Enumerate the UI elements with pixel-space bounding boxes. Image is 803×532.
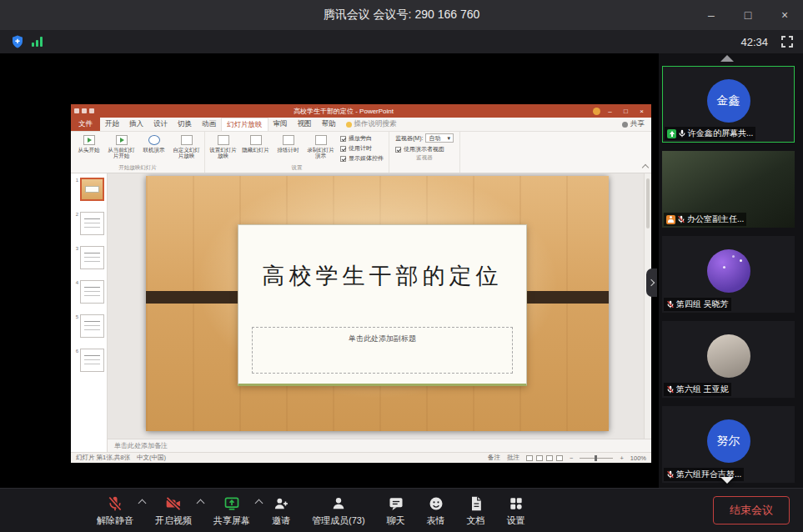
slide-canvas[interactable]: 高校学生干部的定位 单击此处添加副标题	[108, 173, 651, 439]
toolbar-members[interactable]: 管理成员(73)	[312, 494, 365, 527]
slide-decoration-bar	[525, 291, 609, 304]
participant-tile[interactable]: 第六组 王亚妮	[662, 321, 795, 398]
ribbon-from-beginning-button[interactable]: 从头开始	[73, 133, 104, 163]
security-shield-icon[interactable]	[10, 34, 25, 49]
end-meeting-button[interactable]: 结束会议	[713, 496, 790, 524]
ppt-tell-me[interactable]: 操作说明搜索	[341, 118, 402, 131]
ppt-close-button[interactable]: ×	[635, 108, 648, 115]
slide-sorter-view-icon[interactable]	[536, 455, 543, 461]
record-slideshow-icon	[315, 135, 327, 145]
slide-thumbnail-5[interactable]: 5	[73, 314, 104, 338]
toolbar-chat[interactable]: 聊天	[387, 494, 405, 527]
ppt-tab-transitions[interactable]: 切换	[173, 118, 197, 131]
use-timings-checkbox[interactable]: 使用计时	[340, 144, 384, 153]
window-titlebar: 腾讯会议 会议号: 290 166 760 – □ ×	[0, 0, 803, 30]
normal-view-icon[interactable]	[526, 455, 533, 461]
language-indicator[interactable]: 中文(中国)	[137, 454, 166, 462]
ppt-user-avatar[interactable]	[593, 108, 600, 115]
slide-thumbnail-3[interactable]: 3	[73, 246, 104, 269]
host-badge-icon	[666, 215, 675, 224]
undo-icon[interactable]	[82, 108, 87, 113]
toolbar-share-screen[interactable]: 共享屏幕	[213, 494, 250, 527]
quick-access-toolbar[interactable]	[74, 108, 94, 113]
chevron-up-icon[interactable]	[138, 499, 147, 507]
ppt-tab-review[interactable]: 审阅	[269, 118, 293, 131]
members-icon	[330, 495, 347, 512]
ppt-tab-animations[interactable]: 动画	[197, 118, 221, 131]
ribbon-from-current-button[interactable]: 从当前幻灯片开始	[106, 133, 137, 163]
toolbar-invite[interactable]: 邀请	[272, 494, 290, 527]
ribbon-custom-slideshow-button[interactable]: 自定义幻灯片放映	[171, 133, 202, 163]
scroll-up-icon	[720, 55, 734, 62]
toolbar-settings[interactable]: 设置	[507, 494, 525, 527]
slide-subtitle-placeholder[interactable]: 单击此处添加副标题	[252, 327, 513, 374]
ppt-tab-insert[interactable]: 插入	[124, 118, 148, 131]
ribbon-rehearse-timings-button[interactable]: 排练计时	[273, 133, 304, 163]
notes-pane[interactable]: 单击此处添加备注	[108, 439, 651, 452]
toolbar-camera[interactable]: 开启视频	[155, 494, 192, 527]
comments-toggle-button[interactable]: 批注	[507, 454, 519, 462]
slide-thumbnail-4[interactable]: 4	[73, 280, 104, 304]
ribbon-hide-slide-button[interactable]: 隐藏幻灯片	[240, 133, 271, 163]
ribbon-setup-slideshow-button[interactable]: 设置幻灯片放映	[208, 133, 238, 163]
collapse-ribbon-icon[interactable]	[642, 164, 649, 171]
monitor-dropdown[interactable]: 自动 ▾	[425, 133, 454, 143]
scroll-up-button[interactable]	[659, 55, 795, 62]
close-button[interactable]: ×	[766, 0, 803, 30]
ppt-maximize-button[interactable]: □	[620, 108, 632, 115]
reading-view-icon[interactable]	[546, 455, 553, 461]
slide-title[interactable]: 高校学生干部的定位	[238, 225, 526, 327]
ppt-tab-help[interactable]: 帮助	[317, 118, 341, 131]
slide-thumbnail-1[interactable]: 1	[73, 178, 104, 201]
ppt-tab-file[interactable]: 文件	[71, 118, 100, 131]
slide-thumbnail-2[interactable]: 2	[73, 212, 104, 235]
mic-icon	[678, 129, 686, 138]
zoom-level[interactable]: 100%	[630, 454, 646, 462]
ppt-tab-view[interactable]: 视图	[293, 118, 317, 131]
avatar	[707, 334, 750, 378]
zoom-out-button[interactable]: −	[570, 454, 573, 462]
participant-tile[interactable]: 办公室副主任...	[662, 151, 795, 228]
notes-toggle-button[interactable]: 备注	[488, 454, 500, 462]
ppt-minimize-button[interactable]: –	[604, 108, 616, 115]
chevron-up-icon[interactable]	[255, 499, 263, 507]
ppt-tab-design[interactable]: 设计	[148, 118, 173, 131]
zoom-in-button[interactable]: +	[620, 454, 623, 462]
toolbar-emoji[interactable]: 表情	[427, 494, 445, 527]
play-narrations-checkbox[interactable]: 播放旁白	[340, 134, 384, 143]
participant-tile-sharing[interactable]: 金鑫 许金鑫的屏幕共...	[662, 66, 795, 143]
save-icon[interactable]	[74, 108, 79, 113]
person-icon	[622, 122, 628, 128]
show-media-controls-checkbox[interactable]: 显示媒体控件	[340, 154, 384, 163]
mic-muted-icon	[666, 385, 675, 394]
network-signal-icon[interactable]	[32, 37, 43, 47]
avatar	[707, 249, 750, 293]
zoom-slider[interactable]	[580, 458, 613, 459]
toolbar-unmute[interactable]: 解除静音	[97, 494, 133, 527]
slideshow-view-icon[interactable]	[556, 455, 563, 461]
participant-tile[interactable]: 努尔 第六组拜合吉努...	[662, 406, 795, 483]
checkbox-icon	[395, 147, 401, 153]
toolbar-docs[interactable]: 文档	[467, 494, 485, 527]
slideshow-icon[interactable]	[89, 108, 94, 113]
slide-thumbnail-6[interactable]: 6	[73, 349, 104, 372]
ribbon-setup-checkboxes: 播放旁白 使用计时 显示媒体控件	[338, 133, 386, 163]
participant-tile[interactable]: 第四组 吴晓芳	[662, 236, 795, 313]
fullscreen-icon[interactable]	[781, 36, 793, 48]
ribbon-group-label: 开始放映幻灯片	[73, 163, 202, 172]
scroll-down-button[interactable]	[659, 477, 795, 484]
ppt-share-button[interactable]: 共享	[615, 118, 651, 131]
slide-title-card[interactable]: 高校学生干部的定位 单击此处添加副标题	[238, 224, 527, 386]
presenter-view-checkbox[interactable]: 使用演示者视图	[395, 145, 454, 153]
maximize-button[interactable]: □	[730, 0, 766, 30]
ppt-tab-home[interactable]: 开始	[100, 118, 124, 131]
window-controls: – □ ×	[693, 0, 803, 30]
canvas-scrollbar[interactable]	[644, 173, 651, 439]
ppt-tab-slideshow[interactable]: 幻灯片放映	[221, 118, 269, 131]
ribbon-present-online-button[interactable]: 联机演示	[138, 133, 169, 163]
sidebar-collapse-handle[interactable]	[646, 269, 657, 297]
minimize-button[interactable]: –	[693, 0, 730, 30]
ribbon-record-slideshow-button[interactable]: 录制幻灯片演示	[305, 133, 336, 163]
chevron-up-icon[interactable]	[197, 499, 205, 507]
current-slide[interactable]: 高校学生干部的定位 单击此处添加副标题	[146, 176, 609, 431]
